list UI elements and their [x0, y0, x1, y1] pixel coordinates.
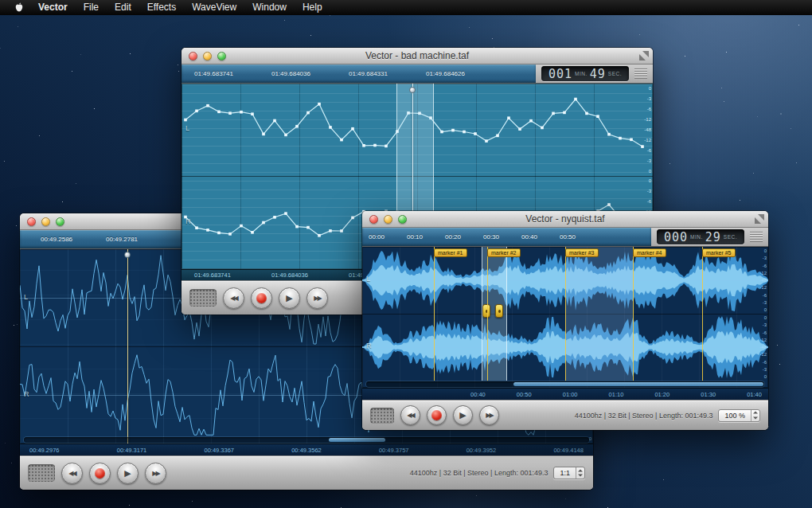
traffic-lights — [189, 52, 226, 61]
ruler-label: 00:50 — [517, 391, 532, 398]
stepper-down-icon[interactable] — [751, 416, 759, 421]
time-display: 000 MIN. 29 SEC. — [657, 229, 744, 244]
menu-edit[interactable]: Edit — [107, 0, 139, 15]
menu-bar: Vector File Edit Effects WaveView Window… — [0, 0, 812, 15]
seconds-value: 29 — [705, 230, 721, 244]
selection-handle-left[interactable] — [482, 304, 490, 318]
minimize-button[interactable] — [384, 215, 392, 224]
playhead-handle[interactable] — [124, 252, 131, 258]
ruler-label: 01:49.684036 — [271, 272, 349, 279]
marker-tag[interactable]: marker #2 — [487, 248, 521, 257]
stepper-up-icon[interactable] — [751, 410, 759, 416]
selection-handle-right[interactable] — [495, 304, 503, 318]
timeline-ruler-top[interactable]: 01:49.683741 01:49.684036 01:49.684331 0… — [182, 64, 536, 83]
stepper-down-icon[interactable] — [576, 473, 584, 479]
menu-help[interactable]: Help — [295, 0, 330, 15]
fast-forward-button[interactable]: ▶▶ — [306, 287, 328, 309]
marker-tag[interactable]: marker #4 — [633, 248, 666, 257]
channel-label-right: R — [24, 390, 29, 398]
marker-line[interactable]: marker #5 — [702, 247, 703, 381]
seconds-value: 49 — [590, 67, 606, 81]
fast-forward-icon: ▶▶ — [314, 295, 320, 302]
ruler-label: 01:49.684036 — [271, 70, 349, 77]
menu-effects[interactable]: Effects — [139, 0, 184, 15]
minimize-button[interactable] — [203, 52, 212, 61]
maximize-button[interactable] — [56, 217, 64, 226]
timeline-ruler-top[interactable]: 00:00 00:10 00:20 00:30 00:40 00:50 — [362, 228, 651, 246]
fast-forward-icon: ▶▶ — [486, 412, 492, 419]
play-button[interactable]: ▶ — [279, 287, 300, 309]
titlebar[interactable]: Vector - nyquist.taf — [362, 211, 768, 228]
rewind-button[interactable]: ◀◀ — [223, 287, 244, 309]
marker-tag[interactable]: marker #3 — [565, 248, 599, 257]
fullscreen-icon[interactable] — [755, 214, 764, 224]
stepper-up-icon[interactable] — [576, 467, 584, 473]
minutes-value: 000 — [664, 230, 688, 244]
zoom-select[interactable]: 1:1 — [553, 467, 585, 479]
marker-line[interactable]: marker #2 — [487, 247, 488, 381]
time-readout-area: 000 MIN. 29 SEC. — [651, 228, 768, 246]
minutes-value: 001 — [548, 67, 572, 81]
waveform-display[interactable]: L R 0-3-6-12-48-12-6-30 0-3-6-12-48-12-6… — [362, 247, 768, 388]
horizontal-scrollbar[interactable] — [366, 381, 764, 387]
playhead[interactable] — [127, 249, 128, 444]
drag-grip[interactable] — [634, 68, 647, 79]
speaker-grille — [370, 408, 394, 424]
minutes-unit: MIN. — [690, 234, 703, 240]
timeline-ruler-bottom[interactable]: 00:49.2976 00:49.3171 00:49.3367 00:49.3… — [20, 444, 593, 455]
menu-window[interactable]: Window — [244, 0, 295, 15]
menu-waveview[interactable]: WaveView — [184, 0, 244, 15]
play-button[interactable]: ▶ — [117, 463, 139, 484]
drag-grip[interactable] — [750, 232, 763, 242]
highlighted-region[interactable] — [565, 247, 633, 381]
timeline-ruler-bottom[interactable]: 00:40 00:50 01:00 01:10 01:20 01:30 01:4… — [362, 388, 768, 400]
marker-tag[interactable]: marker #5 — [702, 248, 736, 257]
record-button[interactable] — [427, 405, 447, 425]
apple-menu[interactable] — [8, 2, 30, 14]
ruler-label: 00:20 — [445, 233, 483, 240]
speaker-grille — [189, 289, 217, 307]
marker-line[interactable]: marker #1 — [434, 247, 435, 381]
ruler-label: 01:49.683741 — [194, 70, 271, 77]
channel-label-left: L — [24, 293, 28, 301]
playhead-handle[interactable] — [409, 87, 416, 93]
rewind-icon: ◀◀ — [230, 295, 236, 302]
close-button[interactable] — [369, 215, 378, 224]
marker-line[interactable]: marker #3 — [565, 247, 566, 381]
horizontal-scrollbar[interactable] — [24, 437, 589, 443]
close-button[interactable] — [189, 52, 197, 61]
zoom-select[interactable]: 100 % — [718, 409, 760, 422]
fast-forward-button[interactable]: ▶▶ — [479, 405, 499, 425]
maximize-button[interactable] — [217, 52, 226, 61]
maximize-button[interactable] — [398, 215, 407, 224]
desktop: Vector File Edit Effects WaveView Window… — [0, 0, 812, 508]
file-info-text: 44100hz | 32 Bit | Stereo | Length: 001:… — [575, 412, 713, 420]
scrollbar-thumb[interactable] — [329, 438, 385, 442]
transport-bar: ◀◀ ▶ ▶▶ 44100hz | 32 Bit | Stereo | Leng… — [20, 455, 593, 490]
close-button[interactable] — [27, 217, 36, 226]
titlebar[interactable]: Vector - bad machine.taf — [182, 48, 653, 64]
zoom-value: 1:1 — [554, 467, 576, 479]
zoom-stepper[interactable] — [751, 410, 759, 421]
rewind-button[interactable]: ◀◀ — [400, 405, 420, 425]
marker-tag[interactable]: marker #1 — [434, 248, 467, 257]
play-button[interactable]: ▶ — [453, 405, 473, 425]
record-button[interactable] — [89, 463, 111, 484]
rewind-button[interactable]: ◀◀ — [61, 463, 83, 484]
ruler-label: 00:49.2586 — [41, 236, 106, 243]
menu-vector[interactable]: Vector — [30, 0, 76, 15]
ruler-label: 00:10 — [407, 233, 445, 240]
marker-line[interactable]: marker #4 — [633, 247, 634, 381]
ruler-label: 01:20 — [654, 391, 670, 398]
time-display: 001 MIN. 49 SEC. — [541, 66, 629, 81]
zoom-stepper[interactable] — [576, 467, 584, 479]
menu-file[interactable]: File — [76, 0, 107, 15]
minimize-button[interactable] — [41, 217, 50, 226]
fullscreen-icon[interactable] — [639, 51, 649, 61]
ruler-label: 00:49.2781 — [106, 236, 171, 243]
scrollbar-thumb[interactable] — [513, 382, 763, 386]
seconds-unit: SEC. — [724, 234, 737, 240]
fast-forward-button[interactable]: ▶▶ — [145, 463, 166, 484]
record-button[interactable] — [251, 287, 272, 309]
ruler-label: 01:49.683741 — [194, 272, 271, 279]
